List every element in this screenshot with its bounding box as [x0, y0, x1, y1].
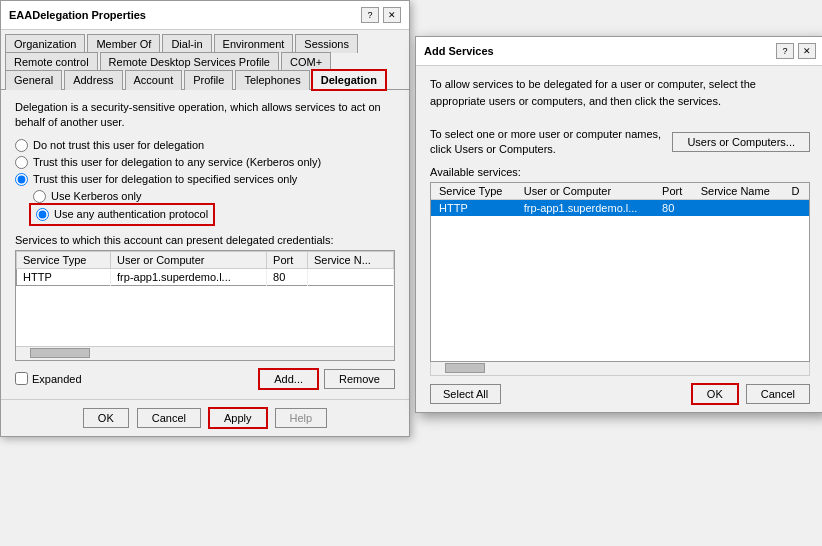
- avail-col-service-name: Service Name: [693, 183, 784, 200]
- cell-user-computer: frp-app1.superdemo.l...: [111, 268, 267, 285]
- tab-general[interactable]: General: [5, 70, 62, 90]
- ok-button[interactable]: OK: [83, 408, 129, 428]
- radio-any-service-label: Trust this user for delegation to any se…: [33, 156, 321, 168]
- delegation-description: Delegation is a security-sensitive opera…: [15, 100, 395, 131]
- services-scroll-container[interactable]: Service Type User or Computer Port Servi…: [15, 250, 395, 361]
- dialog-footer: OK Cancel Apply Help: [1, 399, 409, 436]
- close-title-btn[interactable]: ✕: [383, 7, 401, 23]
- expanded-checkbox[interactable]: [15, 372, 28, 385]
- tab-environment[interactable]: Environment: [214, 34, 294, 53]
- radio-any-auth-label: Use any authentication protocol: [54, 208, 208, 220]
- available-services-label: Available services:: [416, 166, 822, 182]
- tab-dial-in[interactable]: Dial-in: [162, 34, 211, 53]
- main-dialog-title: EAADelegation Properties: [9, 9, 146, 21]
- tabs-row3: General Address Account Profile Telephon…: [1, 70, 409, 89]
- radio-kerberos[interactable]: Use Kerberos only: [33, 190, 395, 203]
- add-services-dialog: Add Services ? ✕ To allow services to be…: [415, 36, 822, 413]
- radio-specified-label: Trust this user for delegation to specif…: [33, 173, 297, 185]
- tab-address[interactable]: Address: [64, 70, 122, 90]
- avail-table-row[interactable]: HTTP frp-app1.superdemo.l... 80: [431, 199, 809, 216]
- avail-col-port: Port: [654, 183, 693, 200]
- remove-button[interactable]: Remove: [324, 369, 395, 389]
- main-dialog: EAADelegation Properties ? ✕ Organizatio…: [0, 0, 410, 437]
- add-button[interactable]: Add...: [259, 369, 318, 389]
- expanded-checkbox-row[interactable]: Expanded: [15, 372, 82, 385]
- tab-organization[interactable]: Organization: [5, 34, 85, 53]
- avail-cell-service-type: HTTP: [431, 199, 516, 216]
- services-label: Services to which this account can prese…: [15, 234, 395, 246]
- avail-col-user-computer: User or Computer: [516, 183, 654, 200]
- col-service-name: Service N...: [307, 251, 393, 268]
- help-button[interactable]: Help: [275, 408, 328, 428]
- col-service-type: Service Type: [17, 251, 111, 268]
- tab-remote-control[interactable]: Remote control: [5, 52, 98, 71]
- add-services-title: Add Services: [424, 45, 494, 57]
- add-services-controls: ? ✕: [776, 43, 816, 59]
- radio-specified-services[interactable]: Trust this user for delegation to specif…: [15, 173, 395, 186]
- cell-port: 80: [267, 268, 308, 285]
- table-row[interactable]: HTTP frp-app1.superdemo.l... 80: [17, 268, 394, 285]
- help-title-btn[interactable]: ?: [361, 7, 379, 23]
- cancel-button[interactable]: Cancel: [137, 408, 201, 428]
- avail-col-service-type: Service Type: [431, 183, 516, 200]
- tab-delegation[interactable]: Delegation: [312, 70, 386, 90]
- available-services-table: Service Type User or Computer Port Servi…: [431, 183, 809, 216]
- add-services-footer: Select All OK Cancel: [416, 376, 822, 412]
- cell-service-type: HTTP: [17, 268, 111, 285]
- add-services-help-btn[interactable]: ?: [776, 43, 794, 59]
- avail-cell-service-name: [693, 199, 784, 216]
- radio-no-trust-label: Do not trust this user for delegation: [33, 139, 204, 151]
- tab-sessions[interactable]: Sessions: [295, 34, 358, 53]
- tab-account[interactable]: Account: [125, 70, 183, 90]
- tab-com[interactable]: COM+: [281, 52, 331, 71]
- avail-horizontal-scrollbar[interactable]: [430, 362, 810, 376]
- tab-member-of[interactable]: Member Of: [87, 34, 160, 53]
- col-user-computer: User or Computer: [111, 251, 267, 268]
- main-title-controls: ? ✕: [361, 7, 401, 23]
- avail-cell-port: 80: [654, 199, 693, 216]
- tab-telephones[interactable]: Telephones: [235, 70, 309, 90]
- avail-cell-user-computer: frp-app1.superdemo.l...: [516, 199, 654, 216]
- cell-service-name: [307, 268, 393, 285]
- add-services-close-btn[interactable]: ✕: [798, 43, 816, 59]
- available-services-container[interactable]: Service Type User or Computer Port Servi…: [430, 182, 810, 362]
- radio-sub-options: Use Kerberos only Use any authentication…: [33, 190, 395, 226]
- scrollbar-thumb[interactable]: [30, 348, 90, 358]
- radio-kerberos-label: Use Kerberos only: [51, 190, 142, 202]
- avail-scrollbar-thumb[interactable]: [445, 363, 485, 373]
- col-port: Port: [267, 251, 308, 268]
- add-services-title-bar: Add Services ? ✕: [416, 37, 822, 66]
- apply-button[interactable]: Apply: [209, 408, 267, 428]
- select-all-button[interactable]: Select All: [430, 384, 501, 404]
- avail-cell-d: [783, 199, 809, 216]
- bottom-buttons: Expanded Add... Remove: [15, 369, 395, 389]
- main-content: Delegation is a security-sensitive opera…: [1, 90, 409, 399]
- tab-rdp[interactable]: Remote Desktop Services Profile: [100, 52, 279, 71]
- avail-col-d: D: [783, 183, 809, 200]
- expanded-label: Expanded: [32, 373, 82, 385]
- add-select-row: To select one or more user or computer n…: [416, 123, 822, 166]
- add-desc-text1: To allow services to be delegated for a …: [430, 76, 810, 109]
- services-table: Service Type User or Computer Port Servi…: [16, 251, 394, 286]
- add-services-cancel-button[interactable]: Cancel: [746, 384, 810, 404]
- radio-any-auth[interactable]: Use any authentication protocol: [33, 207, 211, 222]
- radio-any-service[interactable]: Trust this user for delegation to any se…: [15, 156, 395, 169]
- radio-no-trust[interactable]: Do not trust this user for delegation: [15, 139, 395, 152]
- tabs-row2: Remote control Remote Desktop Services P…: [1, 52, 409, 70]
- add-services-description: To allow services to be delegated for a …: [416, 66, 822, 123]
- add-select-text: To select one or more user or computer n…: [430, 127, 662, 158]
- add-services-ok-button[interactable]: OK: [692, 384, 738, 404]
- tab-profile[interactable]: Profile: [184, 70, 233, 90]
- tabs-container: Organization Member Of Dial-in Environme…: [1, 30, 409, 90]
- main-title-bar: EAADelegation Properties ? ✕: [1, 1, 409, 30]
- tabs-row1: Organization Member Of Dial-in Environme…: [1, 34, 409, 52]
- horizontal-scrollbar[interactable]: [16, 346, 394, 360]
- users-computers-button[interactable]: Users or Computers...: [672, 132, 810, 152]
